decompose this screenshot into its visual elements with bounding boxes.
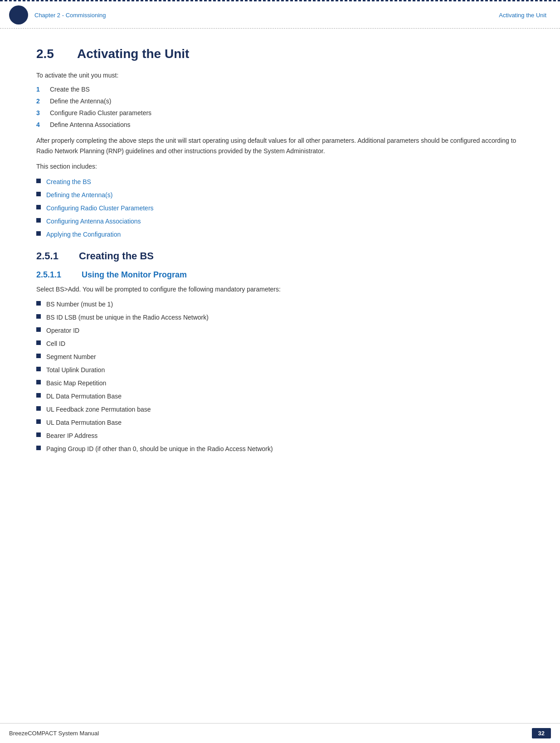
section-25-heading: 2.5 Activating the Unit <box>36 47 524 61</box>
param-item-2: Operator ID <box>36 326 524 335</box>
step-2: 2 Define the Antenna(s) <box>36 97 524 105</box>
page-header: Chapter 2 - Commissioning Activating the… <box>0 0 560 29</box>
toc-item-creating-bs: Creating the BS <box>36 177 524 187</box>
step-3-text: Configure Radio Cluster parameters <box>50 109 151 117</box>
param-item-8: UL Feedback zone Permutation base <box>36 405 524 414</box>
activation-steps-list: 1 Create the BS 2 Define the Antenna(s) … <box>36 86 524 128</box>
section-25-number: 2.5 <box>36 47 63 61</box>
bullet-icon-2 <box>36 205 41 209</box>
param-bullet-6 <box>36 380 41 384</box>
step-1: 1 Create the BS <box>36 86 524 93</box>
step-4-num: 4 <box>36 121 44 128</box>
main-content: 2.5 Activating the Unit To activate the … <box>0 29 560 488</box>
param-text-10: Bearer IP Address <box>46 431 97 441</box>
section-251-heading: 2.5.1 Creating the BS <box>36 250 524 262</box>
param-text-11: Paging Group ID (if other than 0, should… <box>46 444 273 454</box>
section-2511-heading: 2.5.1.1 Using the Monitor Program <box>36 270 524 280</box>
param-item-11: Paging Group ID (if other than 0, should… <box>36 444 524 454</box>
param-text-4: Segment Number <box>46 352 96 362</box>
param-text-1: BS ID LSB (must be unique in the Radio A… <box>46 313 209 322</box>
section-2511-number: 2.5.1.1 <box>36 270 73 280</box>
header-left: Chapter 2 - Commissioning <box>9 5 106 24</box>
page-footer: BreezeCOMPACT System Manual 32 <box>0 723 560 743</box>
toc-link-configuring-radio[interactable]: Configuring Radio Cluster Parameters <box>46 204 154 213</box>
section-251-number: 2.5.1 <box>36 250 68 262</box>
step-2-num: 2 <box>36 97 44 105</box>
param-item-9: UL Data Permutation Base <box>36 418 524 427</box>
param-bullet-7 <box>36 393 41 398</box>
page-wrapper: Chapter 2 - Commissioning Activating the… <box>0 0 560 488</box>
toc-link-defining-antenna[interactable]: Defining the Antenna(s) <box>46 190 112 200</box>
top-border-decoration <box>0 0 560 1</box>
section-25-intro: To activate the unit you must: <box>36 70 524 80</box>
header-circle-icon <box>9 5 28 24</box>
param-item-1: BS ID LSB (must be unique in the Radio A… <box>36 313 524 322</box>
param-text-0: BS Number (must be 1) <box>46 300 113 309</box>
param-text-5: Total Uplink Duration <box>46 365 105 375</box>
footer-title: BreezeCOMPACT System Manual <box>9 730 99 737</box>
bullet-icon-1 <box>36 192 41 196</box>
toc-link-creating-bs[interactable]: Creating the BS <box>46 177 91 187</box>
footer-page-number: 32 <box>532 728 551 738</box>
section-25-includes-intro: This section includes: <box>36 161 524 171</box>
toc-link-applying-config[interactable]: Applying the Configuration <box>46 230 121 239</box>
param-item-7: DL Data Permutation Base <box>36 392 524 401</box>
param-bullet-11 <box>36 446 41 450</box>
param-item-5: Total Uplink Duration <box>36 365 524 375</box>
param-item-0: BS Number (must be 1) <box>36 300 524 309</box>
step-4-text: Define Antenna Associations <box>50 121 130 128</box>
param-bullet-3 <box>36 340 41 345</box>
param-bullet-0 <box>36 301 41 306</box>
header-section-ref: Activating the Unit <box>499 12 546 19</box>
section-2511-title: Using the Monitor Program <box>82 270 187 280</box>
param-item-4: Segment Number <box>36 352 524 362</box>
bullet-icon-3 <box>36 218 41 223</box>
bullet-icon-4 <box>36 231 41 236</box>
toc-list: Creating the BS Defining the Antenna(s) … <box>36 177 524 239</box>
param-bullet-4 <box>36 354 41 358</box>
param-item-6: Basic Map Repetition <box>36 379 524 388</box>
param-bullet-5 <box>36 367 41 371</box>
monitor-params-list: BS Number (must be 1) BS ID LSB (must be… <box>36 300 524 454</box>
section-2511-intro: Select BS>Add. You will be prompted to c… <box>36 284 524 294</box>
step-3: 3 Configure Radio Cluster parameters <box>36 109 524 117</box>
header-chapter-label: Chapter 2 - Commissioning <box>34 12 106 19</box>
toc-item-configuring-radio: Configuring Radio Cluster Parameters <box>36 204 524 213</box>
param-text-2: Operator ID <box>46 326 79 335</box>
param-bullet-2 <box>36 327 41 332</box>
param-bullet-9 <box>36 419 41 424</box>
step-1-text: Create the BS <box>50 86 90 93</box>
section-251-title: Creating the BS <box>79 250 154 262</box>
step-2-text: Define the Antenna(s) <box>50 97 111 105</box>
section-25-title: Activating the Unit <box>77 47 189 61</box>
bullet-icon-0 <box>36 179 41 183</box>
toc-link-configuring-antenna[interactable]: Configuring Antenna Associations <box>46 217 141 226</box>
param-text-7: DL Data Permutation Base <box>46 392 122 401</box>
param-item-3: Cell ID <box>36 339 524 349</box>
param-text-6: Basic Map Repetition <box>46 379 106 388</box>
step-4: 4 Define Antenna Associations <box>36 121 524 128</box>
param-item-10: Bearer IP Address <box>36 431 524 441</box>
section-25-paragraph1: After properly completing the above step… <box>36 136 524 156</box>
param-text-3: Cell ID <box>46 339 65 349</box>
param-text-8: UL Feedback zone Permutation base <box>46 405 151 414</box>
param-text-9: UL Data Permutation Base <box>46 418 122 427</box>
param-bullet-1 <box>36 314 41 319</box>
toc-item-configuring-antenna: Configuring Antenna Associations <box>36 217 524 226</box>
step-1-num: 1 <box>36 86 44 93</box>
toc-item-defining-antenna: Defining the Antenna(s) <box>36 190 524 200</box>
step-3-num: 3 <box>36 109 44 117</box>
param-bullet-8 <box>36 406 41 411</box>
toc-item-applying-config: Applying the Configuration <box>36 230 524 239</box>
param-bullet-10 <box>36 432 41 437</box>
